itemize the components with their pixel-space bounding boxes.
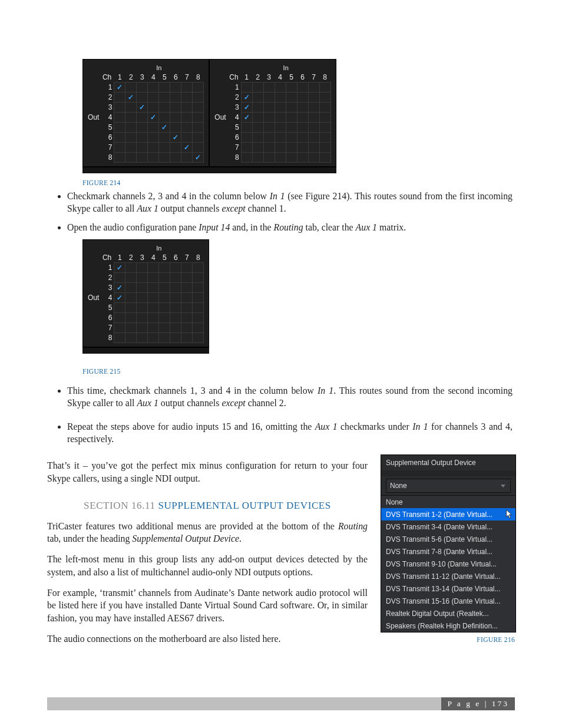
supplemental-output-device-panel: Supplemental Output Device None NoneDVS … xyxy=(381,454,516,633)
sod-option[interactable]: DVS Transmit 11-12 (Dante Virtual... xyxy=(381,570,515,582)
sod-option[interactable]: Speakers (Realtek High Definition... xyxy=(381,620,515,632)
sod-option[interactable]: DVS Transmit 13-14 (Dante Virtual... xyxy=(381,582,515,595)
sod-option[interactable]: DVS Transmit 9-10 (Dante Virtual... xyxy=(381,558,515,570)
bullet-1: Checkmark channels 2, 3 and 4 in the col… xyxy=(67,190,515,215)
sod-option-list: NoneDVS Transmit 1-2 (Dante Virtual...DV… xyxy=(381,495,515,632)
sod-option[interactable]: DVS Transmit 1-2 (Dante Virtual... xyxy=(381,508,515,521)
sod-option[interactable]: None xyxy=(381,496,515,508)
sod-selected-value: None xyxy=(390,482,407,490)
sod-option[interactable]: DVS Transmit 5-6 (Dante Virtual... xyxy=(381,533,515,545)
paragraph-mixminus: That’s it – you’ve got the perfect mix m… xyxy=(47,459,368,485)
page-number: P a g e | 173 xyxy=(441,697,515,710)
sod-title: Supplemental Output Device xyxy=(381,455,515,476)
routing-matrix-left: InCh123456781✓2✓3✓Out4✓5✓6✓7✓8✓ xyxy=(82,59,209,167)
bullet-2: Open the audio configuration pane Input … xyxy=(67,221,515,233)
paragraph-4: For example, ‘transmit’ channels from Au… xyxy=(47,587,368,624)
paragraph-3: The left-most menu in this group lists a… xyxy=(47,553,368,578)
figure-216-caption: FIGURE 216 xyxy=(381,636,515,643)
cursor-icon xyxy=(506,510,514,521)
routing-matrix-right: InCh1234567812✓3✓Out4✓5678 xyxy=(209,59,336,167)
figure-214: InCh123456781✓2✓3✓Out4✓5✓6✓7✓8✓ InCh1234… xyxy=(82,59,515,173)
sod-dropdown[interactable]: None xyxy=(386,479,511,493)
figure-215: InCh123456781✓23✓Out4✓5678 xyxy=(82,239,515,356)
page-footer: P a g e | 173 xyxy=(47,697,515,710)
bullet-4: Repeat the steps above for audio inputs … xyxy=(67,420,515,446)
section-heading: SECTION 16.11 SUPPLEMENTAL OUTPUT DEVICE… xyxy=(47,500,368,512)
sod-option[interactable]: DVS Transmit 15-16 (Dante Virtual... xyxy=(381,595,515,607)
sod-option[interactable]: DVS Transmit 7-8 (Dante Virtual... xyxy=(381,545,515,558)
routing-matrix-single: InCh123456781✓23✓Out4✓5678 xyxy=(82,239,209,347)
bullet-3: This time, checkmark channels 1, 3 and 4… xyxy=(67,384,515,410)
sod-option[interactable]: DVS Transmit 3-4 (Dante Virtual... xyxy=(381,521,515,533)
paragraph-5: The audio connections on the motherboard… xyxy=(47,633,368,645)
figure-214-caption: FIGURE 214 xyxy=(82,179,515,186)
sod-option[interactable]: Realtek Digital Output (Realtek... xyxy=(381,607,515,620)
paragraph-2: TriCaster features two additional menus … xyxy=(47,520,368,545)
figure-215-caption: FIGURE 215 xyxy=(82,368,515,375)
